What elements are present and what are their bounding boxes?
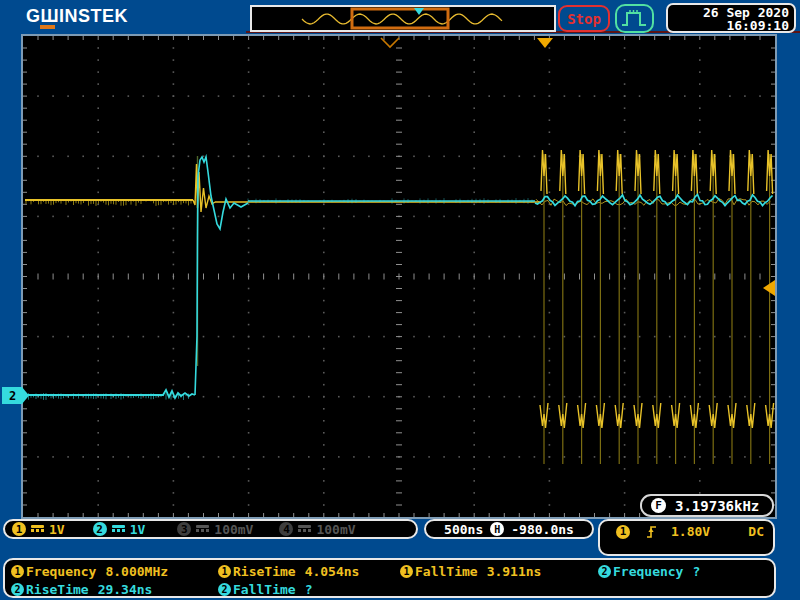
logo-g: G (26, 6, 41, 26)
channel-badge: 2 (218, 583, 231, 596)
rising-edge-icon (646, 524, 658, 539)
dc-coupling-icon (196, 525, 209, 533)
measurement-value: ? (692, 564, 700, 579)
channel-badge: 1 (11, 565, 24, 578)
logo-rest: INSTEK (59, 6, 128, 26)
measurement-label: Frequency (26, 564, 96, 579)
channel-badge: 1 (400, 565, 413, 578)
channel-4-status[interactable]: 4 100mV (279, 522, 355, 537)
measurement-label: RiseTime (233, 564, 296, 579)
measurement-value: ? (305, 582, 313, 597)
channel-badge: 1 (218, 565, 231, 578)
preview-trigger-marker (414, 8, 424, 15)
time-label: 16:09:10 (668, 19, 789, 32)
trigger-status: 1 1.80V DC (598, 519, 775, 556)
measurement-value: 29.34ns (98, 582, 153, 597)
pulse-icon (619, 6, 650, 31)
channel-1-scale: 1V (49, 522, 65, 537)
channel-4-badge: 4 (279, 522, 293, 536)
frequency-counter: F 3.19736kHz (640, 494, 774, 517)
horizontal-icon: H (490, 522, 504, 536)
ch2-position-label: 2 (9, 389, 16, 403)
channel-2-scale: 1V (130, 522, 146, 537)
logo-w: Ш (41, 6, 60, 26)
channel-2-badge: 2 (93, 522, 107, 536)
run-state-label: Stop (567, 11, 601, 27)
measurement-value: 4.054ns (305, 564, 360, 579)
measurement-panel: 1 Frequency 8.000MHz 1 RiseTime 4.054ns … (3, 558, 776, 598)
horizontal-position: -980.0ns (511, 522, 574, 537)
channel-3-scale: 100mV (214, 522, 253, 537)
channel-4-scale: 100mV (316, 522, 355, 537)
timebase-scale: 500ns (444, 522, 483, 537)
channel-1-badge: 1 (12, 522, 26, 536)
channel-3-status[interactable]: 3 100mV (177, 522, 253, 537)
trigger-mode-button[interactable] (615, 4, 654, 33)
measurement-label: RiseTime (26, 582, 89, 597)
graticule (21, 34, 777, 519)
channel-badge: 2 (598, 565, 611, 578)
channel-badge: 2 (11, 583, 24, 596)
channel-3-badge: 3 (177, 522, 191, 536)
measurement-label: FallTime (415, 564, 478, 579)
measurement-item: 2 FallTime ? (218, 582, 400, 597)
measurement-label: FallTime (233, 582, 296, 597)
acquisition-preview-bar[interactable] (250, 5, 556, 32)
preview-waveform (252, 7, 554, 30)
oscilloscope-screen: GШINSTEK Stop 26 Sep 2020 16:09:10 2 F 3… (0, 0, 800, 600)
brand-logo: GШINSTEK (26, 6, 128, 26)
channel-status-bar: 1 1V 2 1V 3 100mV 4 100mV (3, 519, 418, 539)
measurement-value: 8.000MHz (105, 564, 168, 579)
logo-underline (40, 25, 55, 29)
frequency-counter-value: 3.19736kHz (675, 498, 759, 514)
trigger-coupling: DC (748, 524, 764, 539)
trigger-level: 1.80V (671, 524, 710, 539)
measurement-item: 1 RiseTime 4.054ns (218, 564, 400, 579)
timebase-status: 500ns H -980.0ns (424, 519, 594, 539)
measurement-label: Frequency (613, 564, 683, 579)
datetime-display: 26 Sep 2020 16:09:10 (666, 3, 796, 33)
dc-coupling-icon (298, 525, 311, 533)
waveform-display (23, 36, 775, 517)
trigger-position-marker[interactable] (537, 38, 553, 48)
graticule-grid (23, 36, 775, 517)
measurement-item: 2 Frequency ? (598, 564, 774, 579)
trigger-source-badge: 1 (616, 525, 630, 539)
measurement-value: 3.911ns (487, 564, 542, 579)
run-stop-button[interactable]: Stop (558, 5, 610, 32)
channel-2-status[interactable]: 2 1V (93, 522, 146, 537)
channel-1-status[interactable]: 1 1V (12, 522, 65, 537)
measurement-item: 2 RiseTime 29.34ns (11, 582, 218, 597)
dc-coupling-icon (112, 525, 125, 533)
measurement-item: 1 FallTime 3.911ns (400, 564, 598, 579)
frequency-counter-icon: F (651, 498, 666, 513)
measurement-item: 1 Frequency 8.000MHz (11, 564, 218, 579)
dc-coupling-icon (31, 525, 44, 533)
